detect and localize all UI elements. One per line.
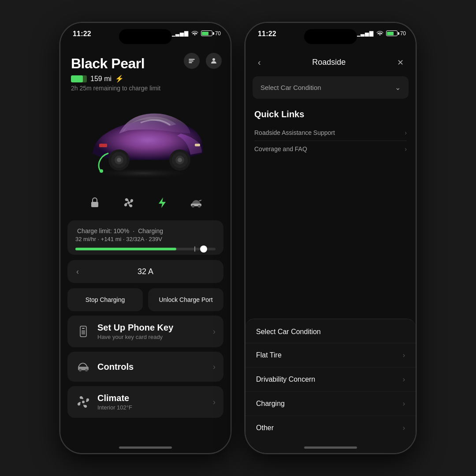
svg-rect-6 <box>195 144 200 146</box>
summon-icon <box>186 192 207 213</box>
controls-text: Controls <box>97 362 207 372</box>
bottom-sheet-header: Select Car Condition <box>245 319 416 343</box>
dynamic-island <box>119 29 172 44</box>
controls-title: Controls <box>97 362 207 372</box>
select-chevron-icon: ⌄ <box>395 83 401 92</box>
roadside-assistance-chevron: › <box>405 129 407 136</box>
miles-text: 159 mi <box>90 75 112 83</box>
wifi-icon <box>191 30 198 37</box>
quick-links-title: Quick Links <box>254 109 407 119</box>
phone-key-icon <box>75 324 91 339</box>
unlock-charge-port-btn[interactable]: Unlock Charge Port <box>148 288 223 311</box>
other-chevron: › <box>403 424 405 432</box>
battery-fill <box>71 75 83 82</box>
svg-point-21 <box>198 205 201 208</box>
charging-label: Charging <box>256 400 285 408</box>
flat-tire-label: Flat Tire <box>256 351 282 359</box>
svg-point-10 <box>117 158 121 162</box>
climate-subtitle: Interior 102°F <box>97 404 207 411</box>
svg-point-17 <box>127 201 130 204</box>
amp-selector[interactable]: ‹ 32 A › <box>67 260 223 283</box>
battery-icon-left <box>201 30 212 36</box>
charge-bar-thumb[interactable] <box>200 245 207 253</box>
battery-bar <box>71 75 87 82</box>
svg-rect-24 <box>82 330 85 335</box>
climate-title: Climate <box>97 393 207 403</box>
roadside-assistance-link[interactable]: Roadside Assistance Support › <box>254 125 407 141</box>
climate-icon <box>75 394 91 410</box>
charging-item[interactable]: Charging › <box>245 392 416 416</box>
svg-point-28 <box>82 401 85 403</box>
quick-links-section: Quick Links Roadside Assistance Support … <box>245 109 416 157</box>
svg-rect-0 <box>189 59 195 60</box>
coverage-faq-label: Coverage and FAQ <box>254 145 307 152</box>
svg-rect-5 <box>99 144 107 147</box>
svg-rect-23 <box>82 328 85 329</box>
drivability-item[interactable]: Drivability Concern › <box>245 368 416 392</box>
car-svg <box>75 96 216 180</box>
flat-tire-item[interactable]: Flat Tire › <box>245 343 416 368</box>
svg-point-20 <box>192 205 194 208</box>
home-indicator-left <box>119 446 172 449</box>
signal-icon: ▁▃▅▇ <box>171 30 189 37</box>
battery-icon-right <box>386 30 398 36</box>
other-item[interactable]: Other › <box>245 416 416 440</box>
fan-icon <box>118 192 139 213</box>
time-right: 11:22 <box>258 30 276 38</box>
lock-btn[interactable] <box>84 192 105 213</box>
phone-key-subtitle: Have your key card ready <box>97 334 207 340</box>
phone-key-chevron: › <box>213 327 216 336</box>
battery-pct-right: 70 <box>400 30 406 37</box>
charging-chevron: › <box>403 400 405 408</box>
roadside-title: Roadside <box>264 58 394 67</box>
home-indicator-right <box>304 446 357 449</box>
charge-limit-marker <box>194 246 195 252</box>
left-screen: Black Pearl 159 mi ⚡ 2h 25m remaining to… <box>60 23 231 453</box>
profile-icon-btn[interactable] <box>206 53 222 69</box>
back-button[interactable]: ‹ <box>254 56 264 69</box>
coverage-faq-link[interactable]: Coverage and FAQ › <box>254 141 407 157</box>
controls-icon <box>75 359 91 375</box>
bolt-icon: ⚡ <box>115 74 124 83</box>
controls-item[interactable]: Controls › <box>67 352 223 382</box>
lock-icon <box>84 192 105 213</box>
climate-item[interactable]: Climate Interior 102°F › <box>67 386 223 418</box>
svg-point-3 <box>212 58 215 61</box>
svg-point-27 <box>85 369 88 372</box>
time-left: 11:22 <box>73 30 91 38</box>
close-button[interactable]: ✕ <box>394 56 407 69</box>
phone-key-text: Set Up Phone Key Have your key card read… <box>97 323 207 340</box>
battery-pct-left: 70 <box>215 30 221 37</box>
coverage-faq-chevron: › <box>405 145 407 152</box>
svg-rect-1 <box>189 60 193 61</box>
header-icons <box>184 53 222 69</box>
status-icons-right: ▁▃▅▇ 70 <box>356 30 406 37</box>
amp-value: 32 A <box>138 267 153 276</box>
location-icon-btn[interactable] <box>184 53 200 69</box>
flat-tire-chevron: › <box>403 351 405 359</box>
amp-left-chevron[interactable]: ‹ <box>76 267 79 276</box>
action-buttons: Stop Charging Unlock Charge Port <box>67 288 223 311</box>
right-phone: 11:22 ▁▃▅▇ 70 ‹ Roadside ✕ <box>245 22 416 454</box>
select-car-condition-dropdown[interactable]: Select Car Condition ⌄ <box>253 76 409 99</box>
climate-text: Climate Interior 102°F <box>97 393 207 411</box>
select-label: Select Car Condition <box>260 84 321 91</box>
roadside-header: ‹ Roadside ✕ <box>245 48 416 76</box>
svg-point-15 <box>100 169 103 173</box>
stop-charging-btn[interactable]: Stop Charging <box>67 288 143 311</box>
summon-btn[interactable] <box>186 192 207 213</box>
charge-details: 32 mi/hr · +141 mi · 32/32A · 239V <box>75 236 216 242</box>
svg-rect-2 <box>189 62 192 63</box>
charge-card: Charge limit: 100%·Charging 32 mi/hr · +… <box>67 220 223 255</box>
svg-point-14 <box>178 158 182 162</box>
svg-point-26 <box>79 369 82 372</box>
signal-icon-right: ▁▃▅▇ <box>356 30 374 37</box>
fan-btn[interactable] <box>118 192 139 213</box>
svg-rect-16 <box>91 202 98 207</box>
charge-icon-btn[interactable] <box>152 192 173 213</box>
drivability-label: Drivability Concern <box>256 376 315 383</box>
other-label: Other <box>256 424 274 432</box>
wifi-icon-right <box>376 30 383 37</box>
phone-key-title: Set Up Phone Key <box>97 323 207 333</box>
setup-phone-key-item[interactable]: Set Up Phone Key Have your key card read… <box>67 316 223 347</box>
